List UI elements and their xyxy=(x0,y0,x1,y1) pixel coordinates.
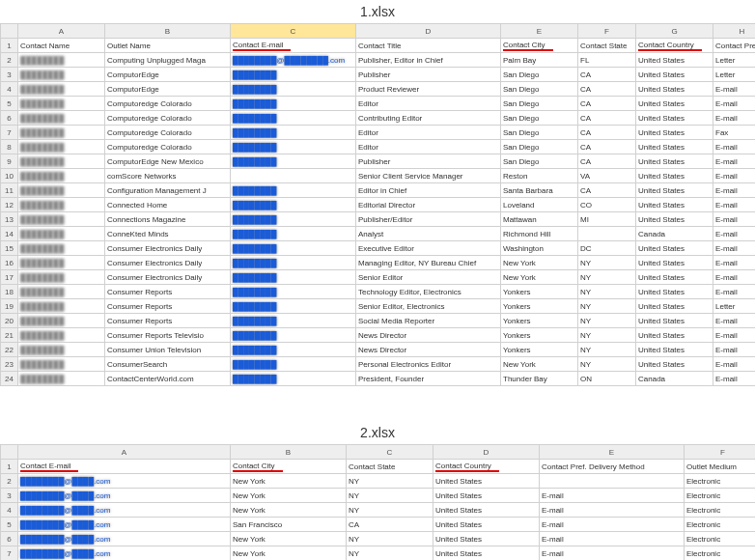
row-number[interactable]: 11 xyxy=(1,183,18,198)
cell-pref[interactable]: E-mail xyxy=(713,154,756,169)
column-letter[interactable]: A xyxy=(18,445,231,460)
cell-country[interactable]: United States xyxy=(636,328,713,343)
cell-email[interactable]: ████████ xyxy=(231,198,356,212)
row-number[interactable]: 5 xyxy=(1,518,18,532)
cell-state[interactable]: CO xyxy=(578,198,636,212)
cell-title[interactable]: Social Media Reporter xyxy=(356,314,501,328)
corner-cell[interactable] xyxy=(1,445,18,460)
cell-title[interactable]: Publisher xyxy=(356,154,501,169)
row-number[interactable]: 9 xyxy=(1,154,18,169)
row-number[interactable]: 10 xyxy=(1,169,18,183)
cell-state[interactable]: CA xyxy=(347,518,433,532)
cell-email[interactable] xyxy=(231,169,356,183)
cell-pref[interactable]: Letter xyxy=(713,53,756,68)
cell-title[interactable]: Editor xyxy=(356,140,501,154)
cell-name[interactable]: ████████ xyxy=(18,256,105,270)
row-number[interactable]: 6 xyxy=(1,111,18,126)
row-number[interactable]: 2 xyxy=(1,474,18,489)
cell-pref[interactable] xyxy=(540,474,685,489)
cell-country[interactable]: United States xyxy=(636,53,713,68)
row-number[interactable]: 16 xyxy=(1,256,18,270)
cell-outlet[interactable]: Connected Home xyxy=(105,198,231,212)
cell-pref[interactable]: E-mail xyxy=(713,256,756,270)
row-number[interactable]: 24 xyxy=(1,372,18,386)
cell-outlet[interactable]: Consumer Reports xyxy=(105,314,231,328)
cell-email[interactable]: ████████@████████.com xyxy=(231,53,356,68)
cell-pref[interactable]: E-mail xyxy=(713,357,756,372)
cell-city[interactable]: San Diego xyxy=(501,97,578,111)
cell-city[interactable]: Yonkers xyxy=(501,299,578,314)
column-letter[interactable]: D xyxy=(433,445,540,460)
row-number[interactable]: 1 xyxy=(1,39,18,53)
cell-city[interactable]: Yonkers xyxy=(501,328,578,343)
cell-outlet[interactable]: ConsumerSearch xyxy=(105,357,231,372)
column-letter[interactable]: A xyxy=(18,24,105,39)
cell-pref[interactable]: E-mail xyxy=(540,546,685,561)
cell-country[interactable]: United States xyxy=(636,126,713,140)
cell-state[interactable]: CA xyxy=(578,126,636,140)
cell-pref[interactable]: E-mail xyxy=(713,212,756,227)
cell-name[interactable]: ████████ xyxy=(18,154,105,169)
cell-outlet[interactable]: ComputorEdge xyxy=(105,68,231,82)
cell-name[interactable]: ████████ xyxy=(18,328,105,343)
column-letter[interactable]: F xyxy=(578,24,636,39)
cell-title[interactable]: Publisher, Editor in Chief xyxy=(356,53,501,68)
cell-name[interactable]: ████████ xyxy=(18,270,105,285)
cell-name[interactable]: ████████ xyxy=(18,314,105,328)
cell-email[interactable]: ████████ xyxy=(231,285,356,299)
cell-country[interactable]: United States xyxy=(636,169,713,183)
cell-email[interactable]: ████████ xyxy=(231,154,356,169)
cell-email[interactable]: ████████ xyxy=(231,343,356,357)
cell-city[interactable]: Yonkers xyxy=(501,343,578,357)
cell-title[interactable]: Senior Editor xyxy=(356,270,501,285)
cell-state[interactable]: MI xyxy=(578,212,636,227)
row-number[interactable]: 21 xyxy=(1,328,18,343)
cell-title[interactable]: News Director xyxy=(356,343,501,357)
cell-country[interactable]: United States xyxy=(636,140,713,154)
cell-pref[interactable]: E-mail xyxy=(713,169,756,183)
column-letter[interactable]: F xyxy=(685,445,756,460)
cell-name[interactable]: ████████ xyxy=(18,82,105,97)
cell-city[interactable]: San Diego xyxy=(501,126,578,140)
cell-outlet[interactable]: Consumer Electronics Daily xyxy=(105,256,231,270)
cell-outlet[interactable]: Connections Magazine xyxy=(105,212,231,227)
cell-city[interactable]: Washington xyxy=(501,241,578,256)
row-number[interactable]: 14 xyxy=(1,227,18,241)
cell-country[interactable]: Canada xyxy=(636,227,713,241)
cell-city[interactable]: Palm Bay xyxy=(501,53,578,68)
cell-name[interactable]: ████████ xyxy=(18,343,105,357)
cell-city[interactable]: Thunder Bay xyxy=(501,372,578,386)
cell-outlet[interactable]: Computoredge Colorado xyxy=(105,126,231,140)
cell-city[interactable]: New York xyxy=(231,503,347,518)
cell-state[interactable] xyxy=(578,227,636,241)
cell-country[interactable]: United States xyxy=(636,314,713,328)
cell-outlet[interactable]: Configuration Management J xyxy=(105,183,231,198)
cell-title[interactable]: Contributing Editor xyxy=(356,111,501,126)
row-number[interactable]: 19 xyxy=(1,299,18,314)
header-cell[interactable]: Contact City xyxy=(501,39,578,53)
cell-country[interactable]: United States xyxy=(433,489,540,503)
column-letter[interactable]: E xyxy=(540,445,685,460)
cell-state[interactable]: CA xyxy=(578,111,636,126)
cell-outlet[interactable]: ConneKted Minds xyxy=(105,227,231,241)
header-cell[interactable]: Contact Country xyxy=(636,39,713,53)
cell-pref[interactable]: E-mail xyxy=(540,503,685,518)
header-cell[interactable]: Contact Country xyxy=(433,460,540,474)
header-cell[interactable]: Contact E-mail xyxy=(231,39,356,53)
cell-state[interactable]: NY xyxy=(578,256,636,270)
column-letter[interactable]: G xyxy=(636,24,713,39)
cell-city[interactable]: New York xyxy=(501,256,578,270)
cell-city[interactable]: New York xyxy=(501,357,578,372)
cell-name[interactable]: ████████ xyxy=(18,68,105,82)
cell-outlet[interactable]: Consumer Electronics Daily xyxy=(105,270,231,285)
cell-pref[interactable]: E-mail xyxy=(540,489,685,503)
cell-country[interactable]: United States xyxy=(636,285,713,299)
cell-state[interactable]: NY xyxy=(578,314,636,328)
cell-title[interactable]: Editor in Chief xyxy=(356,183,501,198)
cell-email[interactable]: ████████ xyxy=(231,68,356,82)
cell-title[interactable]: Technology Editor, Electronics xyxy=(356,285,501,299)
row-number[interactable]: 4 xyxy=(1,503,18,518)
cell-pref[interactable]: Fax xyxy=(713,126,756,140)
row-number[interactable]: 15 xyxy=(1,241,18,256)
row-number[interactable]: 3 xyxy=(1,68,18,82)
